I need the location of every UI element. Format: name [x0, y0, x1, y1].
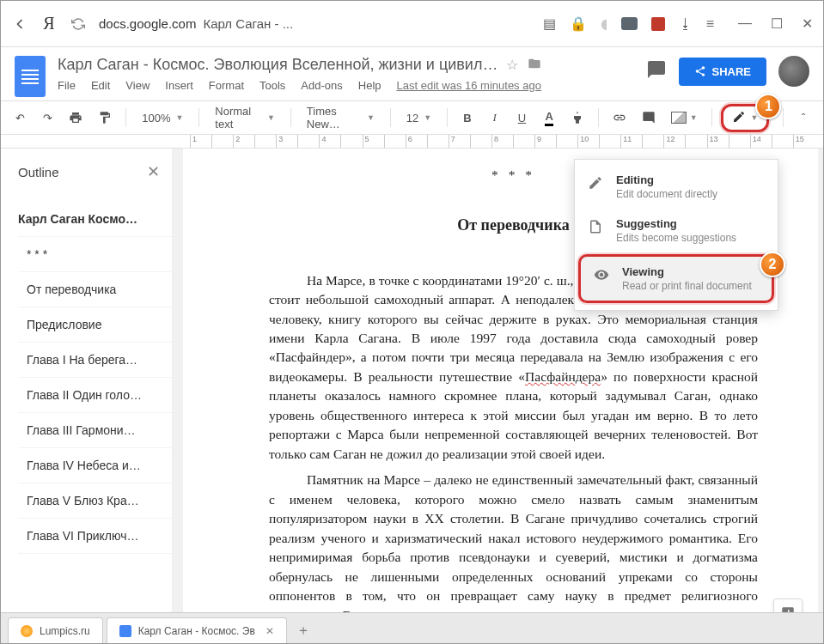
- comments-icon[interactable]: [646, 59, 667, 83]
- paint-format-icon[interactable]: [93, 107, 117, 128]
- outline-item[interactable]: Глава III Гармони…: [18, 413, 172, 448]
- suggest-icon: [587, 219, 604, 238]
- bold-button[interactable]: B: [456, 108, 479, 128]
- menu-insert[interactable]: Insert: [165, 79, 193, 92]
- new-tab-button[interactable]: ＋: [290, 617, 316, 643]
- eye-icon: [593, 267, 610, 286]
- link-icon[interactable]: [607, 107, 632, 128]
- print-icon[interactable]: [64, 107, 88, 128]
- reader-icon[interactable]: ▤: [543, 15, 556, 32]
- favicon-icon: [119, 625, 131, 637]
- highlight-button[interactable]: [565, 107, 589, 128]
- tab-lumpics[interactable]: Lumpics.ru: [8, 617, 103, 643]
- font-size-select[interactable]: 12▼: [400, 108, 438, 128]
- adblock-icon[interactable]: [651, 17, 665, 31]
- turbo-icon[interactable]: ◖: [601, 15, 607, 32]
- formatting-toolbar: ↶ ↷ 100%▼ Normal text▼ Times New…▼ 12▼ B…: [1, 100, 823, 135]
- star-icon[interactable]: ☆: [506, 57, 518, 73]
- favicon-icon: [21, 625, 33, 637]
- outline-item[interactable]: Глава II Один голо…: [18, 378, 172, 413]
- outline-item[interactable]: Глава V Блюз Кра…: [18, 483, 172, 519]
- callout-1: 1: [755, 94, 781, 119]
- docs-header: Карл Саган - Космос. Эволюция Вселенной,…: [1, 47, 823, 100]
- outline-item[interactable]: Предисловие: [18, 307, 172, 343]
- horizontal-ruler[interactable]: 123456789101112131415: [1, 135, 823, 149]
- avatar[interactable]: [778, 56, 809, 87]
- image-icon[interactable]: ▼: [666, 108, 703, 127]
- last-edit-link[interactable]: Last edit was 16 minutes ago: [397, 79, 541, 92]
- undo-icon[interactable]: ↶: [9, 108, 32, 128]
- download-icon[interactable]: ⭳: [679, 16, 693, 32]
- minimize-icon[interactable]: —: [738, 15, 752, 32]
- pencil-icon: [732, 110, 746, 126]
- close-icon[interactable]: ✕: [147, 162, 160, 181]
- menu-help[interactable]: Help: [358, 79, 381, 92]
- mode-suggesting[interactable]: SuggestingEdits become suggestions: [575, 209, 778, 252]
- docs-logo-icon[interactable]: [15, 56, 46, 97]
- redo-icon[interactable]: ↷: [37, 108, 59, 128]
- pencil-icon: [587, 175, 604, 194]
- menu-addons[interactable]: Add-ons: [301, 79, 342, 92]
- outline-title: Outline: [18, 165, 59, 179]
- badge-icon[interactable]: 12: [621, 17, 638, 30]
- maximize-icon[interactable]: ☐: [771, 15, 783, 32]
- browser-toolbar: Я docs.google.com Карл Саган - ... ▤ 🔒 ◖…: [1, 1, 823, 47]
- underline-button[interactable]: U: [511, 108, 534, 128]
- doc-paragraph: Памятник на Марсе – далеко не единственн…: [269, 471, 758, 612]
- outline-item[interactable]: От переводчика: [18, 272, 172, 307]
- outline-item[interactable]: Глава IV Небеса и…: [18, 448, 172, 483]
- reload-icon[interactable]: [70, 15, 87, 33]
- yandex-icon[interactable]: Я: [40, 15, 58, 33]
- menu-edit[interactable]: Edit: [91, 79, 110, 92]
- document-title[interactable]: Карл Саган - Космос. Эволюция Вселенной,…: [58, 56, 497, 74]
- tab-docs[interactable]: Карл Саган - Космос. Эв ✕: [107, 617, 287, 643]
- menu-bar: File Edit View Insert Format Tools Add-o…: [58, 79, 634, 92]
- comment-icon[interactable]: [637, 107, 661, 128]
- editing-mode-menu: EditingEdit document directly Suggesting…: [574, 159, 778, 311]
- menu-format[interactable]: Format: [209, 79, 244, 92]
- outline-item[interactable]: Глава I На берега…: [18, 343, 172, 378]
- outline-item[interactable]: * * *: [18, 237, 172, 272]
- lock-icon[interactable]: 🔒: [570, 15, 587, 32]
- outline-panel: Outline ✕ Карл Саган Космо…* * *От перев…: [1, 149, 173, 612]
- paragraph-style-select[interactable]: Normal text▼: [208, 101, 282, 134]
- chevron-up-icon[interactable]: ˆ: [792, 108, 815, 128]
- close-window-icon[interactable]: ✕: [802, 15, 813, 32]
- mode-editing[interactable]: EditingEdit document directly: [575, 165, 778, 209]
- folder-icon[interactable]: [527, 57, 542, 74]
- browser-tabs: Lumpics.ru Карл Саган - Космос. Эв ✕ ＋: [1, 612, 823, 643]
- url-title: Карл Саган - ...: [203, 16, 293, 31]
- menu-icon[interactable]: ≡: [706, 16, 714, 32]
- menu-view[interactable]: View: [125, 79, 150, 92]
- url-bar[interactable]: docs.google.com Карл Саган - ...: [99, 16, 293, 31]
- share-label: SHARE: [711, 65, 751, 78]
- italic-button[interactable]: I: [484, 107, 506, 128]
- url-domain: docs.google.com: [99, 16, 196, 31]
- spellcheck-word[interactable]: Пасфайндера: [525, 369, 601, 384]
- mode-viewing[interactable]: ViewingRead or print final document 2: [578, 254, 774, 303]
- close-tab-icon[interactable]: ✕: [266, 625, 274, 637]
- menu-tools[interactable]: Tools: [259, 79, 285, 92]
- callout-2: 2: [760, 252, 785, 277]
- back-icon[interactable]: [11, 15, 28, 33]
- share-button[interactable]: SHARE: [679, 58, 766, 86]
- menu-file[interactable]: File: [58, 79, 76, 92]
- font-select[interactable]: Times New…▼: [300, 101, 381, 134]
- outline-item[interactable]: Карл Саган Космо…: [18, 202, 172, 237]
- zoom-select[interactable]: 100%▼: [135, 108, 190, 128]
- outline-item[interactable]: Глава VI Приключ…: [18, 519, 172, 554]
- text-color-button[interactable]: A: [538, 106, 560, 130]
